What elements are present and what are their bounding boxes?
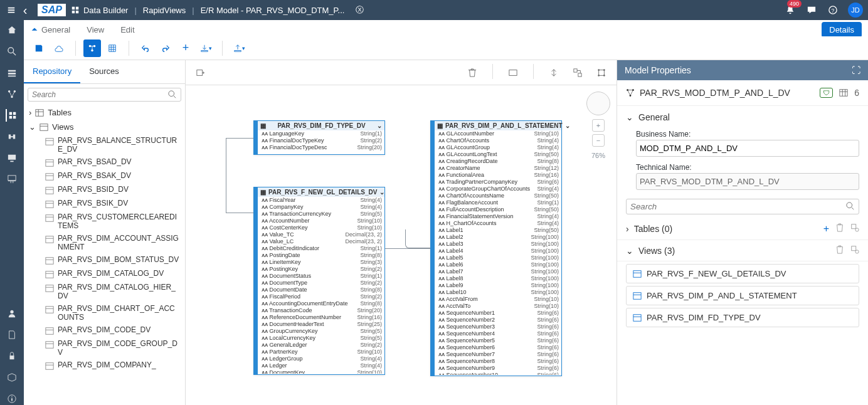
nav-search[interactable] [6,45,18,58]
chevron-down-icon[interactable]: ⌄ [626,112,633,122]
repo-tree: › Tables ⌄ Views PAR_RVS_BALANCE_STRUCTU… [24,105,185,405]
delete-table-button[interactable] [835,223,844,234]
tree-item[interactable]: PAR_RVS_BSAD_DV [24,155,185,169]
expand-icon[interactable]: ⛶ [852,65,860,75]
add-button[interactable]: + [177,39,194,57]
section-view: View [87,25,104,34]
panel-title: Model Properties [625,65,691,75]
prop-search-input[interactable] [630,202,846,211]
tree-item[interactable]: PAR_RVS_BSAK_DV [24,169,185,183]
svg-point-13 [169,91,174,97]
technical-name-input [636,173,859,190]
tree-item[interactable]: PAR_RVS_DIM_CODE_DV [24,323,185,337]
nav-integration[interactable] [6,130,18,143]
tree-item[interactable]: PAR_RVS_DIM_CATALOG_HIER_DV [24,281,185,302]
entity-e2[interactable]: ▦PAR_RVS_F_NEW_GL_DETAILS_DV⌄ᴀᴀ FiscalYe… [253,187,385,375]
repo-search-input[interactable] [32,90,168,99]
avatar[interactable]: JD [848,3,863,18]
tree-item[interactable]: PAR_RVS_DIM_ACCOUNT_ASSIGNMENT [24,232,185,253]
close-tab-icon[interactable]: ⓧ [353,4,366,16]
preview-button[interactable] [504,64,522,82]
impact-button[interactable] [545,64,563,82]
zoom-out-button[interactable]: − [592,134,605,147]
details-button[interactable]: Details [822,22,862,38]
chevron-down-icon[interactable]: ⌄ [626,246,633,256]
delete-button[interactable] [463,64,481,82]
business-name-input[interactable] [636,140,859,157]
svg-text:?: ? [832,8,835,14]
zoom-control: + − 76% [586,92,610,159]
app-name[interactable]: Data Builder [83,6,129,15]
back-button[interactable]: ‹ [18,4,33,16]
entity-e1[interactable]: ▦PAR_RVS_DIM_FD_TYPE_DV⌄ᴀᴀ LanguageKeySt… [253,120,385,155]
nav-security[interactable] [6,350,18,362]
deploy-button[interactable] [50,39,68,57]
autolayout-button[interactable] [593,64,610,82]
tree-item[interactable]: PAR_RVS_BALANCE_STRUCTURE_DV [24,134,185,155]
document-name[interactable]: E/R Model - PAR_RVS_MOD_DTM_P... [201,6,345,15]
svg-rect-32 [574,68,577,71]
svg-rect-33 [578,73,581,76]
nav-data-builder[interactable] [6,109,18,122]
notification-icon[interactable]: 490 [784,4,797,16]
repo-search[interactable] [28,88,181,102]
export-button[interactable]: ▾ [230,39,248,57]
tree-item[interactable]: PAR_RVS_DIM_CATALOG_DV [24,267,185,281]
nav-monitor[interactable] [6,152,18,164]
section-edit: Edit [120,25,134,34]
chevron-right-icon[interactable]: › [626,224,629,234]
zoom-in-button[interactable]: + [592,119,605,132]
find-view-button[interactable] [850,245,859,256]
nav-model[interactable] [6,88,18,100]
add-entity-button[interactable] [192,64,209,82]
svg-rect-41 [840,90,847,97]
tree-item[interactable]: PAR_RVS_CUSTOMERCLEAREDITEMS [24,211,185,232]
redo-button[interactable] [157,39,174,57]
add-table-button[interactable]: + [823,223,829,234]
notif-badge: 490 [787,0,802,8]
find-table-button[interactable] [850,223,859,234]
nav-info[interactable] [6,392,18,405]
nav-home[interactable] [6,24,18,36]
undo-button[interactable] [137,39,154,57]
tree-views-header[interactable]: ⌄ Views [24,120,185,134]
nav-packages[interactable] [6,371,18,384]
tree-item[interactable]: PAR_RVS_BSID_DV [24,183,185,197]
entity-e3[interactable]: ▦PAR_RVS_DIM_P_AND_L_STATEMENT⌄ᴀᴀ GLAcco… [430,120,562,376]
svg-rect-48 [633,292,641,299]
nav-network[interactable] [6,173,18,186]
view-item[interactable]: PAR_RVS_DIM_FD_TYPE_DV [626,308,859,327]
chevron-up-icon[interactable] [30,25,39,34]
prop-search[interactable] [626,199,859,214]
tab-repository[interactable]: Repository [24,60,80,83]
tree-item[interactable]: PAR_RVS_DIM_CODE_GROUP_DV [24,337,185,359]
feedback-icon[interactable] [805,4,818,16]
er-view-button[interactable] [83,39,101,57]
nav-users[interactable] [6,307,18,320]
project-name[interactable]: RapidViews [143,6,186,15]
pan-wheel[interactable] [586,92,610,115]
layout-button[interactable] [569,64,586,82]
view-item[interactable]: PAR_RVS_DIM_P_AND_L_STATEMENT [626,286,859,305]
save-button[interactable] [30,39,48,57]
grid-view-button[interactable] [103,39,121,57]
er-canvas[interactable]: + − 76% ▦PAR_RVS_DIM_FD_TYPE_DV⌄ᴀᴀ Langu… [186,85,617,405]
tree-item[interactable]: PAR_RVS_DIM_BOM_STATUS_DV [24,253,185,267]
tree-item[interactable]: PAR_RVS_DIM_CHART_OF_ACCOUNTS [24,302,185,323]
view-icon [40,123,48,132]
tree-item[interactable]: PAR_RVS_BSIK_DV [24,197,185,211]
delete-view-button[interactable] [835,245,844,256]
svg-rect-17 [46,160,53,167]
menu-icon[interactable] [5,4,18,16]
nav-catalog[interactable] [6,66,18,79]
view-item[interactable]: PAR_RVS_F_NEW_GL_DETAILS_DV [626,264,859,283]
tree-item[interactable]: PAR_RVS_DIM_COMPANY_ [24,359,185,372]
tab-sources[interactable]: Sources [80,60,128,83]
svg-rect-24 [46,271,53,278]
import-button[interactable]: ▾ [197,39,214,57]
tree-tables-header[interactable]: › Tables [24,105,185,120]
shield-icon: 🛡 [820,88,833,98]
nav-docs[interactable] [6,329,18,341]
canvas-area: + − 76% ▦PAR_RVS_DIM_FD_TYPE_DV⌄ᴀᴀ Langu… [186,60,617,405]
help-icon[interactable]: ? [827,4,839,16]
